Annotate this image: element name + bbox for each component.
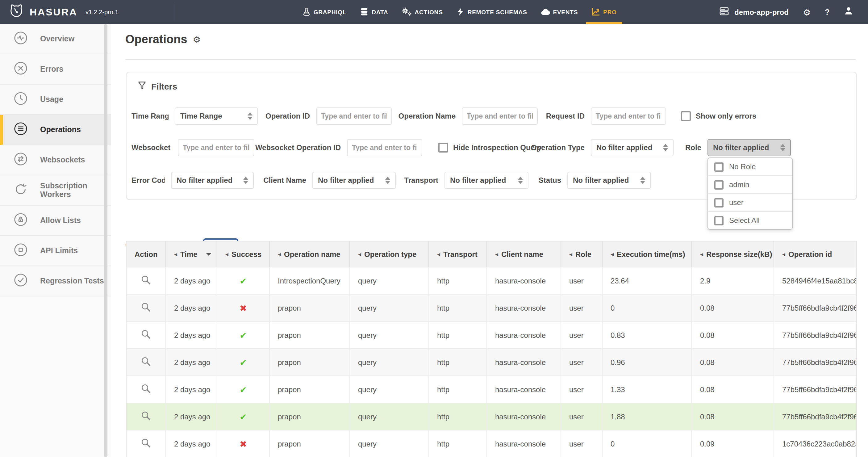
role-filter-dropdown: No RoleadminuserSelect All — [708, 157, 793, 230]
user-icon[interactable] — [844, 6, 853, 18]
cell-operation-type: query — [350, 295, 429, 321]
inspect-row-button[interactable] — [127, 403, 166, 430]
check-circle-icon — [13, 273, 28, 289]
inspect-row-button[interactable] — [127, 349, 166, 375]
column-header-response-size-kb-[interactable]: ◀Response size(kB) — [692, 241, 774, 267]
column-header-operation-type[interactable]: ◀Operation type — [350, 241, 429, 267]
cell-success: ✔ — [217, 267, 270, 294]
sort-icon: ◀ — [437, 252, 440, 256]
cell-client-name: hasura-console — [487, 349, 561, 375]
checkbox-icon[interactable] — [681, 111, 691, 121]
filter-label-websocket_operation_id: Websocket Operation ID — [248, 139, 341, 156]
cell-operation-name: prapon — [270, 349, 350, 375]
magnifier-icon — [141, 383, 151, 396]
cell-operation-id: 77b5ff66bdfa9cb4f2f967 — [774, 295, 856, 321]
square-circle-icon — [13, 243, 28, 259]
cell-transport: http — [429, 322, 487, 348]
cell-role: user — [561, 430, 602, 457]
sort-direction-caret-icon[interactable] — [206, 253, 211, 255]
column-header-time[interactable]: ◀Time — [166, 241, 217, 267]
checkbox-icon[interactable] — [438, 143, 448, 153]
help-icon[interactable]: ? — [825, 7, 830, 17]
refresh-icon — [13, 182, 28, 198]
cell-response-size-kb: 0.08 — [692, 349, 774, 375]
sidebar-item-allow-lists[interactable]: Allow Lists — [0, 206, 111, 236]
column-header-client-name[interactable]: ◀Client name — [487, 241, 561, 267]
role-option-admin[interactable]: admin — [708, 175, 792, 193]
sidebar-item-api-limits[interactable]: API Limits — [0, 236, 111, 266]
cell-execution-time-ms: 0 — [602, 295, 692, 321]
checkbox-icon[interactable] — [714, 162, 723, 171]
x-circle-icon — [13, 61, 28, 77]
role-option-no-role[interactable]: No Role — [708, 158, 792, 175]
column-header-operation-id[interactable]: ◀Operation id — [774, 241, 856, 267]
filter-input-websocket_operation_id[interactable] — [347, 139, 422, 156]
cell-execution-time-ms: 0.83 — [602, 322, 692, 348]
filter-select-role[interactable]: No filter applied — [708, 139, 791, 156]
sidebar-item-operations[interactable]: Operations — [0, 115, 111, 145]
role-option-select-all[interactable]: Select All — [708, 211, 792, 229]
filter-label-error_code: Error Code — [131, 172, 165, 189]
nav-item-data[interactable]: DATA — [358, 0, 390, 24]
filter-select-status[interactable]: No filter applied — [567, 172, 651, 189]
sidebar-item-websockets[interactable]: Websockets — [0, 145, 111, 175]
magnifier-icon — [141, 356, 151, 368]
nav-item-label: DATA — [372, 9, 388, 16]
cell-response-size-kb: 0.08 — [692, 295, 774, 321]
checkbox-icon[interactable] — [714, 180, 723, 189]
filter-label-status: Status — [469, 172, 561, 189]
inspect-row-button[interactable] — [127, 322, 166, 348]
cell-operation-name: prapon — [270, 376, 350, 403]
sidebar-item-subscription-workers[interactable]: Subscription Workers — [0, 175, 111, 206]
sidebar-scrollbar[interactable] — [104, 24, 107, 457]
settings-gear-icon[interactable]: ⚙ — [803, 7, 811, 17]
column-header-label: Operation type — [364, 250, 416, 258]
inspect-row-button[interactable] — [127, 430, 166, 457]
nav-item-pro[interactable]: PRO — [590, 0, 619, 24]
cell-response-size-kb: 0.09 — [692, 430, 774, 457]
inspect-row-button[interactable] — [127, 376, 166, 403]
sidebar-item-errors[interactable]: Errors — [0, 54, 111, 85]
nav-item-label: REMOTE SCHEMAS — [468, 9, 527, 16]
checkbox-icon[interactable] — [714, 198, 723, 207]
filter-label-operation_id: Operation ID — [217, 108, 310, 125]
column-header-success[interactable]: ◀Success — [217, 241, 270, 267]
column-header-transport[interactable]: ◀Transport — [429, 241, 487, 267]
sidebar-item-regression-tests[interactable]: Regression Tests — [0, 266, 111, 297]
sidebar-item-label: Allow Lists — [40, 216, 81, 225]
column-header-operation-name[interactable]: ◀Operation name — [270, 241, 350, 267]
cell-operation-id: 77b5ff66bdfa9cb4f2f967 — [774, 376, 856, 403]
table-row: 2 days ago✔praponqueryhttphasura-console… — [127, 348, 856, 375]
nav-item-label: EVENTS — [553, 9, 578, 16]
cell-success: ✔ — [217, 349, 270, 375]
cell-role: user — [561, 349, 602, 375]
sidebar-item-overview[interactable]: Overview — [0, 24, 111, 54]
nav-item-actions[interactable]: ACTIONS — [400, 0, 445, 24]
filter-input-request_id[interactable] — [591, 108, 666, 125]
filter-checkbox-show_only_errors[interactable]: Show only errors — [681, 108, 756, 125]
cell-success: ✖ — [217, 430, 270, 457]
nav-item-remote-schemas[interactable]: REMOTE SCHEMAS — [455, 0, 529, 24]
filter-input-websocket_id[interactable] — [178, 139, 254, 156]
cell-operation-name: prapon — [270, 295, 350, 321]
cell-operation-type: query — [350, 322, 429, 348]
nav-item-graphiql[interactable]: GRAPHIQL — [301, 0, 348, 24]
inspect-row-button[interactable] — [127, 295, 166, 321]
cell-response-size-kb: 0.08 — [692, 403, 774, 430]
sort-icon: ◀ — [611, 252, 614, 256]
sort-icon: ◀ — [358, 252, 361, 256]
nav-item-events[interactable]: EVENTS — [539, 0, 580, 24]
lightning-icon — [457, 7, 465, 17]
project-switcher[interactable]: demo-app-prod — [719, 6, 789, 18]
page-settings-gear-icon[interactable]: ⚙ — [193, 35, 200, 44]
role-option-user[interactable]: user — [708, 193, 792, 211]
cell-client-name: hasura-console — [487, 322, 561, 348]
column-header-role[interactable]: ◀Role — [561, 241, 602, 267]
column-header-execution-time-ms-[interactable]: ◀Execution time(ms) — [602, 241, 692, 267]
checkbox-icon[interactable] — [714, 216, 723, 225]
sidebar-item-usage[interactable]: Usage — [0, 85, 111, 115]
role-option-label: No Role — [729, 162, 756, 171]
clock-circle-icon — [13, 91, 28, 108]
brand[interactable]: HASURA v1.2.2-pro.1 — [0, 3, 119, 21]
inspect-row-button[interactable] — [127, 267, 166, 294]
